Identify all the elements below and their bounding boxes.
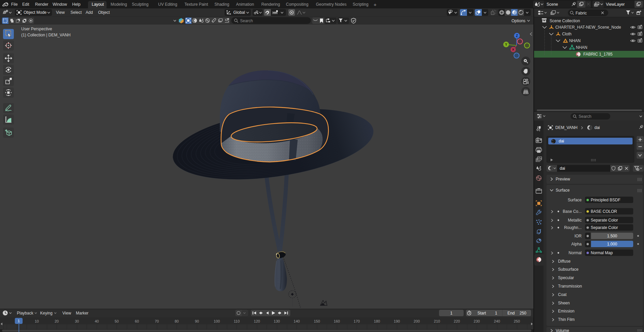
svg-text:CHARTER_HAT-NEW_Scene_Node: CHARTER_HAT-NEW_Scene_Node xyxy=(555,25,621,30)
svg-text:X: X xyxy=(512,47,515,51)
svg-text:FABRIC 1_1785: FABRIC 1_1785 xyxy=(583,52,613,57)
svg-text:Scene Collection: Scene Collection xyxy=(550,19,580,23)
svg-text:Cloth: Cloth xyxy=(562,32,572,36)
svg-text:Y: Y xyxy=(505,43,507,46)
svg-text:NHAN: NHAN xyxy=(569,38,581,43)
svg-text:NHAN: NHAN xyxy=(576,45,587,50)
svg-text:Z: Z xyxy=(516,34,518,38)
